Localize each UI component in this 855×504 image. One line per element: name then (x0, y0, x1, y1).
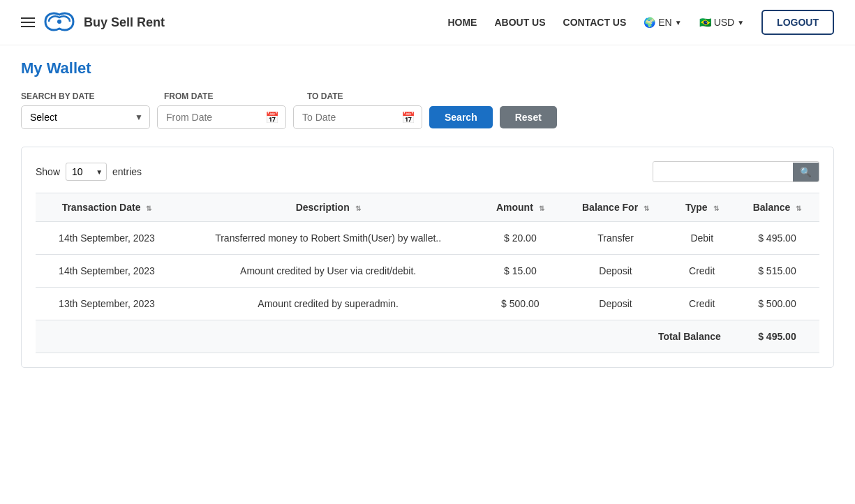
table-search: 🔍 (653, 161, 819, 182)
cell-description-1: Amount credited by User via credit/debit… (178, 255, 478, 288)
from-date-label: FROM DATE (164, 91, 300, 101)
search-by-date-wrapper: Select Option 1 Option 2 ▼ (21, 105, 150, 129)
col-type[interactable]: Type ⇅ (669, 193, 735, 222)
language-selector[interactable]: 🌍 EN ▼ (644, 17, 681, 28)
cell-balance-for-2: Deposit (562, 288, 669, 320)
search-by-date-select[interactable]: Select Option 1 Option 2 (21, 105, 150, 129)
to-date-wrapper: 📅 (293, 105, 422, 129)
table-search-button[interactable]: 🔍 (793, 163, 819, 181)
table-row: 13th September, 2023 Amount credited by … (36, 288, 819, 320)
table-header-row: Transaction Date ⇅ Description ⇅ Amount … (36, 193, 819, 222)
table-row: 14th September, 2023 Transferred money t… (36, 222, 819, 255)
cell-balance-for-1: Deposit (562, 255, 669, 288)
hamburger-menu[interactable] (21, 17, 35, 27)
table-controls: Show 10 25 50 100 ▼ entries 🔍 (36, 161, 819, 182)
filter-inputs: Select Option 1 Option 2 ▼ 📅 📅 Search Re… (21, 105, 834, 129)
col-amount[interactable]: Amount ⇅ (478, 193, 562, 222)
col-transaction-date[interactable]: Transaction Date ⇅ (36, 193, 178, 222)
transactions-table: Transaction Date ⇅ Description ⇅ Amount … (36, 193, 819, 353)
total-balance-label: Total Balance (36, 320, 735, 353)
navbar: Buy Sell Rent HOME ABOUT US CONTACT US 🌍… (0, 0, 855, 45)
navbar-right: HOME ABOUT US CONTACT US 🌍 EN ▼ 🇧🇷 USD ▼… (447, 10, 834, 35)
entries-select[interactable]: 10 25 50 100 (66, 163, 107, 181)
nav-home[interactable]: HOME (447, 17, 477, 28)
search-by-date-label: SEARCH BY DATE (21, 91, 157, 101)
total-row: Total Balance $ 495.00 (36, 320, 819, 353)
brand-name: Buy Sell Rent (84, 15, 165, 30)
globe-icon: 🌍 (644, 17, 655, 28)
cell-type-0: Debit (669, 222, 735, 255)
sort-icon-date: ⇅ (146, 205, 151, 212)
logo-icon (42, 8, 77, 38)
cell-balance-for-0: Transfer (562, 222, 669, 255)
page-content: My Wallet SEARCH BY DATE FROM DATE TO DA… (0, 45, 855, 382)
table-row: 14th September, 2023 Amount credited by … (36, 255, 819, 288)
sort-icon-balance: ⇅ (796, 205, 801, 212)
col-balance-for[interactable]: Balance For ⇅ (562, 193, 669, 222)
from-date-calendar-icon[interactable]: 📅 (265, 111, 279, 124)
svg-point-0 (57, 20, 61, 24)
entries-wrapper: 10 25 50 100 ▼ (66, 163, 107, 181)
currency-chevron-icon: ▼ (737, 19, 744, 27)
entries-label: entries (112, 166, 142, 177)
filter-labels: SEARCH BY DATE FROM DATE TO DATE (21, 91, 834, 101)
search-icon: 🔍 (800, 167, 812, 177)
cell-amount-1: $ 15.00 (478, 255, 562, 288)
table-header: Transaction Date ⇅ Description ⇅ Amount … (36, 193, 819, 222)
sort-icon-balance-for: ⇅ (644, 205, 649, 212)
cell-balance-0: $ 495.00 (735, 222, 819, 255)
currency-flag-icon: 🇧🇷 (699, 17, 711, 28)
currency-label: USD (714, 17, 735, 28)
reset-button[interactable]: Reset (500, 106, 557, 128)
language-label: EN (658, 17, 671, 28)
to-date-label: TO DATE (307, 91, 443, 101)
navbar-left: Buy Sell Rent (21, 8, 165, 38)
cell-amount-2: $ 500.00 (478, 288, 562, 320)
col-description[interactable]: Description ⇅ (178, 193, 478, 222)
show-entries: Show 10 25 50 100 ▼ entries (36, 163, 142, 181)
table-section: Show 10 25 50 100 ▼ entries 🔍 (21, 147, 834, 368)
nav-contact[interactable]: CONTACT US (563, 17, 627, 28)
total-balance-value: $ 495.00 (735, 320, 819, 353)
cell-type-2: Credit (669, 288, 735, 320)
currency-selector[interactable]: 🇧🇷 USD ▼ (699, 17, 744, 28)
sort-icon-amount: ⇅ (539, 205, 544, 212)
sort-icon-description: ⇅ (355, 205, 361, 212)
cell-amount-0: $ 20.00 (478, 222, 562, 255)
cell-description-0: Transferred money to Robert Smith(User) … (178, 222, 478, 255)
table-search-input[interactable] (653, 162, 793, 181)
lang-chevron-icon: ▼ (675, 19, 682, 27)
from-date-wrapper: 📅 (157, 105, 286, 129)
nav-about[interactable]: ABOUT US (494, 17, 545, 28)
cell-date-1: 14th September, 2023 (36, 255, 178, 288)
page-title: My Wallet (21, 59, 834, 77)
filter-area: SEARCH BY DATE FROM DATE TO DATE Select … (21, 91, 834, 129)
sort-icon-type: ⇅ (713, 205, 719, 212)
cell-balance-2: $ 500.00 (735, 288, 819, 320)
cell-balance-1: $ 515.00 (735, 255, 819, 288)
table-body: 14th September, 2023 Transferred money t… (36, 222, 819, 353)
search-button[interactable]: Search (429, 106, 493, 128)
cell-description-2: Amount credited by superadmin. (178, 288, 478, 320)
cell-date-0: 14th September, 2023 (36, 222, 178, 255)
cell-type-1: Credit (669, 255, 735, 288)
cell-date-2: 13th September, 2023 (36, 288, 178, 320)
nav-links: HOME ABOUT US CONTACT US (447, 17, 626, 28)
to-date-calendar-icon[interactable]: 📅 (401, 111, 415, 124)
col-balance[interactable]: Balance ⇅ (735, 193, 819, 222)
logout-button[interactable]: LOGOUT (761, 10, 834, 35)
show-label: Show (36, 166, 60, 177)
